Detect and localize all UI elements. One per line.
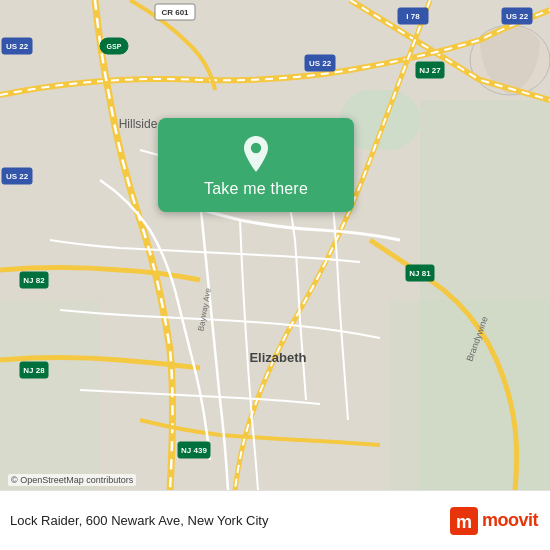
- svg-text:NJ 439: NJ 439: [181, 446, 207, 455]
- svg-text:GSP: GSP: [107, 43, 122, 50]
- map-svg: CR 601 I 78 US 22 GSP US 22 US 22 NJ 27 …: [0, 0, 550, 490]
- address-text: Lock Raider, 600 Newark Ave, New York Ci…: [10, 513, 450, 528]
- svg-text:US 22: US 22: [6, 42, 29, 51]
- moovit-m-icon: m: [450, 507, 478, 535]
- svg-rect-2: [0, 300, 100, 490]
- svg-text:I 78: I 78: [406, 12, 420, 21]
- osm-credit: © OpenStreetMap contributors: [8, 474, 136, 486]
- moovit-brand-text: moovit: [482, 510, 538, 531]
- svg-text:US 22: US 22: [309, 59, 332, 68]
- svg-text:NJ 28: NJ 28: [23, 366, 45, 375]
- svg-text:US 22: US 22: [506, 12, 529, 21]
- svg-text:CR 601: CR 601: [161, 8, 189, 17]
- bottom-bar: Lock Raider, 600 Newark Ave, New York Ci…: [0, 490, 550, 550]
- moovit-logo: m moovit: [450, 507, 538, 535]
- location-card: Take me there: [158, 118, 354, 212]
- svg-text:NJ 27: NJ 27: [419, 66, 441, 75]
- svg-point-34: [251, 143, 261, 153]
- svg-text:Elizabeth: Elizabeth: [249, 350, 306, 365]
- map-container: CR 601 I 78 US 22 GSP US 22 US 22 NJ 27 …: [0, 0, 550, 490]
- svg-text:Hillside: Hillside: [119, 117, 158, 131]
- svg-text:m: m: [456, 512, 472, 532]
- svg-text:NJ 81: NJ 81: [409, 269, 431, 278]
- location-pin-icon: [238, 136, 274, 172]
- svg-text:NJ 82: NJ 82: [23, 276, 45, 285]
- svg-rect-4: [420, 100, 550, 490]
- take-me-there-button[interactable]: Take me there: [204, 180, 308, 198]
- svg-text:US 22: US 22: [6, 172, 29, 181]
